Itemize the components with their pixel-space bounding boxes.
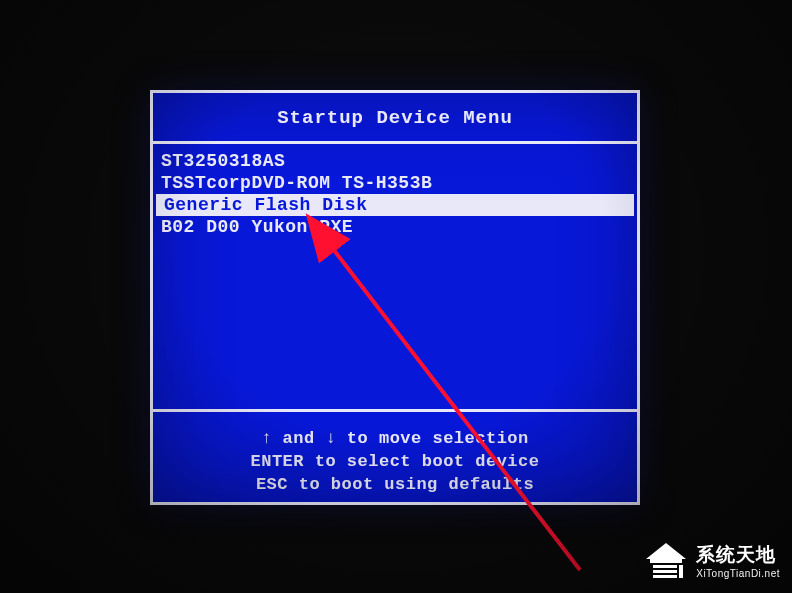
watermark-url: XiTongTianDi.net: [696, 568, 780, 579]
svg-rect-6: [679, 565, 683, 578]
boot-item-hdd[interactable]: ST3250318AS: [153, 150, 637, 172]
svg-rect-4: [653, 570, 677, 573]
watermark: 系统天地 XiTongTianDi.net: [644, 541, 780, 579]
svg-rect-5: [653, 575, 677, 578]
help-line-enter: ENTER to select boot device: [153, 451, 637, 474]
boot-item-usb[interactable]: Generic Flash Disk: [156, 194, 634, 216]
svg-rect-3: [653, 565, 677, 568]
boot-device-list[interactable]: ST3250318AS TSSTcorpDVD-ROM TS-H353B Gen…: [153, 144, 637, 412]
svg-marker-2: [646, 543, 686, 563]
watermark-brand: 系统天地: [696, 542, 780, 568]
help-line-nav: ↑ and ↓ to move selection: [153, 428, 637, 451]
boot-item-pxe[interactable]: B02 D00 Yukon PXE: [153, 216, 637, 238]
boot-item-dvd[interactable]: TSSTcorpDVD-ROM TS-H353B: [153, 172, 637, 194]
bios-menu-window: Startup Device Menu ST3250318AS TSSTcorp…: [150, 90, 640, 505]
help-text: ↑ and ↓ to move selection ENTER to selec…: [153, 412, 637, 513]
house-icon: [644, 541, 688, 579]
help-line-esc: ESC to boot using defaults: [153, 474, 637, 497]
menu-title: Startup Device Menu: [153, 93, 637, 144]
